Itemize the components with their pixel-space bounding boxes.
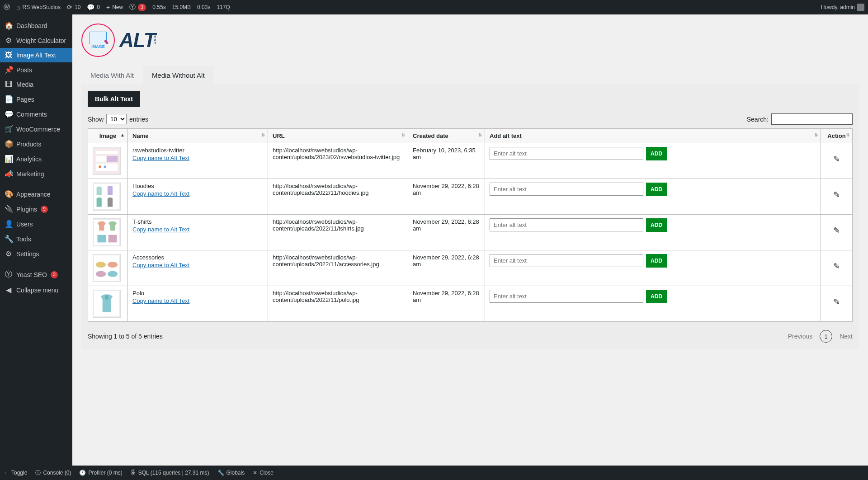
sidebar-item-tools[interactable]: 🔧Tools: [0, 231, 72, 246]
sidebar-item-weight-calculator[interactable]: ⚙Weight Calculator: [0, 33, 72, 48]
plugin-icon: 🔌: [5, 205, 13, 213]
alt-text-input[interactable]: [490, 254, 643, 267]
sidebar-item-collapse-menu[interactable]: ◀Collapse menu: [0, 282, 72, 297]
sidebar-item-analytics[interactable]: 📊Analytics: [0, 151, 72, 166]
sidebar-item-label: Appearance: [16, 191, 51, 198]
sidebar-item-label: Plugins: [16, 206, 37, 213]
svg-point-11: [108, 262, 118, 268]
gear-icon: ⚙: [5, 36, 13, 45]
media-thumbnail[interactable]: [93, 218, 121, 246]
comments-item[interactable]: 💬0: [87, 4, 100, 11]
pager-next[interactable]: Next: [840, 333, 853, 340]
admin-bar: ⓦ ⌂RS WebStudios ⟳10 💬0 +New Ⓨ3 0.55s 15…: [0, 0, 868, 14]
wrench-icon: 🔧: [5, 235, 13, 243]
col-alt-header[interactable]: Add alt text⇅: [485, 129, 821, 143]
sidebar-item-label: Collapse menu: [16, 287, 58, 294]
sidebar-item-pages[interactable]: 📄Pages: [0, 92, 72, 107]
alt-text-input[interactable]: [490, 183, 643, 196]
sidebar-item-marketing[interactable]: 📣Marketing: [0, 166, 72, 181]
media-url: http://localhost/rswebstudios/wp-content…: [268, 143, 408, 179]
sort-asc-icon: ▲: [120, 132, 125, 137]
alt-text-input[interactable]: [490, 218, 643, 231]
edit-icon[interactable]: ✎: [833, 261, 840, 271]
wp-logo[interactable]: ⓦ: [4, 3, 10, 11]
edit-icon[interactable]: ✎: [833, 154, 840, 164]
col-url-header[interactable]: URL⇅: [268, 129, 408, 143]
comment-icon: 💬: [5, 110, 13, 118]
tab-with-alt[interactable]: Media With Alt: [81, 66, 143, 85]
edit-icon[interactable]: ✎: [833, 297, 840, 307]
refresh-item[interactable]: ⟳10: [67, 4, 80, 11]
edit-icon[interactable]: ✎: [833, 190, 840, 200]
copy-name-link[interactable]: Copy name to Alt Text: [132, 262, 189, 268]
media-name: Accessories: [132, 254, 263, 261]
search-box: Search:: [747, 113, 853, 125]
sidebar-item-users[interactable]: 👤Users: [0, 216, 72, 231]
alt-text-input[interactable]: [490, 147, 643, 160]
yoast-item[interactable]: Ⓨ3: [129, 3, 146, 11]
media-name: T-shirts: [132, 218, 263, 225]
add-button[interactable]: ADD: [646, 290, 667, 303]
sidebar-item-comments[interactable]: 💬Comments: [0, 107, 72, 122]
copy-name-link[interactable]: Copy name to Alt Text: [132, 226, 189, 233]
new-item[interactable]: +New: [106, 4, 123, 11]
svg-point-6: [104, 165, 106, 168]
media-thumbnail[interactable]: [93, 254, 121, 282]
col-date-header[interactable]: Created date⇅: [408, 129, 485, 143]
bulk-alt-button[interactable]: Bulk Alt Text: [88, 91, 140, 107]
greeting[interactable]: Howdy, admin: [821, 4, 864, 11]
sidebar-item-media[interactable]: 🎞Media: [0, 77, 72, 92]
pager-page-1[interactable]: 1: [820, 330, 832, 343]
edit-icon[interactable]: ✎: [833, 226, 840, 235]
media-date: November 29, 2022, 6:28 am: [408, 215, 485, 250]
tab-without-alt[interactable]: Media Without Alt: [143, 66, 214, 85]
copy-name-link[interactable]: Copy name to Alt Text: [132, 297, 189, 304]
col-image-header[interactable]: Image▲: [88, 129, 128, 143]
copy-name-link[interactable]: Copy name to Alt Text: [132, 190, 189, 197]
col-name-header[interactable]: Name⇅: [128, 129, 268, 143]
col-action-header[interactable]: Action⇅: [821, 129, 853, 143]
sort-icon: ⇅: [814, 132, 818, 137]
sidebar-item-posts[interactable]: 📌Posts: [0, 62, 72, 77]
media-thumbnail[interactable]: [93, 147, 121, 175]
sidebar-item-label: Weight Calculator: [16, 37, 66, 44]
sort-icon: ⇅: [846, 132, 849, 137]
sidebar-item-settings[interactable]: ⚙Settings: [0, 246, 72, 261]
add-button[interactable]: ADD: [646, 218, 667, 232]
add-button[interactable]: ADD: [646, 147, 667, 160]
add-button[interactable]: ADD: [646, 254, 667, 268]
sidebar-item-plugins[interactable]: 🔌Plugins9: [0, 202, 72, 216]
sidebar-item-appearance[interactable]: 🎨Appearance: [0, 187, 72, 202]
sidebar-item-woocommerce[interactable]: 🛒WooCommerce: [0, 122, 72, 136]
sidebar-item-products[interactable]: 📦Products: [0, 136, 72, 151]
media-url: http://localhost/rswebstudios/wp-content…: [268, 179, 408, 215]
media-date: February 10, 2023, 6:35 am: [408, 143, 485, 179]
speedometer-icon: 🏠: [5, 21, 13, 30]
media-thumbnail[interactable]: [93, 183, 121, 211]
sidebar-item-image-alt-text[interactable]: 🖼Image Alt Text: [0, 48, 72, 62]
alt-text-input[interactable]: [490, 290, 643, 303]
table-row: T-shirtsCopy name to Alt Texthttp://loca…: [88, 215, 853, 250]
product-icon: 📦: [5, 140, 13, 148]
plus-icon: +: [106, 4, 110, 11]
media-thumbnail[interactable]: [93, 290, 121, 318]
copy-name-link[interactable]: Copy name to Alt Text: [132, 155, 189, 161]
sidebar-item-dashboard[interactable]: 🏠Dashboard: [0, 18, 72, 33]
svg-rect-15: [105, 295, 108, 299]
search-input[interactable]: [771, 113, 853, 125]
media-url: http://localhost/rswebstudios/wp-content…: [268, 286, 408, 322]
sidebar-item-yoast-seo[interactable]: ⓎYoast SEO3: [0, 267, 72, 282]
main-content: IMAGE ALTTEXT Media With Alt Media Witho…: [72, 14, 868, 466]
sidebar-item-label: Products: [16, 141, 41, 148]
pager-prev[interactable]: Previous: [788, 333, 812, 340]
entries-select[interactable]: 10: [106, 114, 127, 124]
add-button[interactable]: ADD: [646, 183, 667, 196]
perf-time2: 0.03s: [197, 4, 210, 10]
media-name: Polo: [132, 290, 263, 296]
media-name: Hoodies: [132, 183, 263, 189]
badge: 9: [41, 206, 48, 213]
sidebar-item-label: Marketing: [16, 170, 44, 178]
site-link[interactable]: ⌂RS WebStudios: [16, 4, 61, 11]
svg-rect-3: [107, 156, 118, 162]
logo-text: ALTTEXT: [119, 29, 155, 52]
